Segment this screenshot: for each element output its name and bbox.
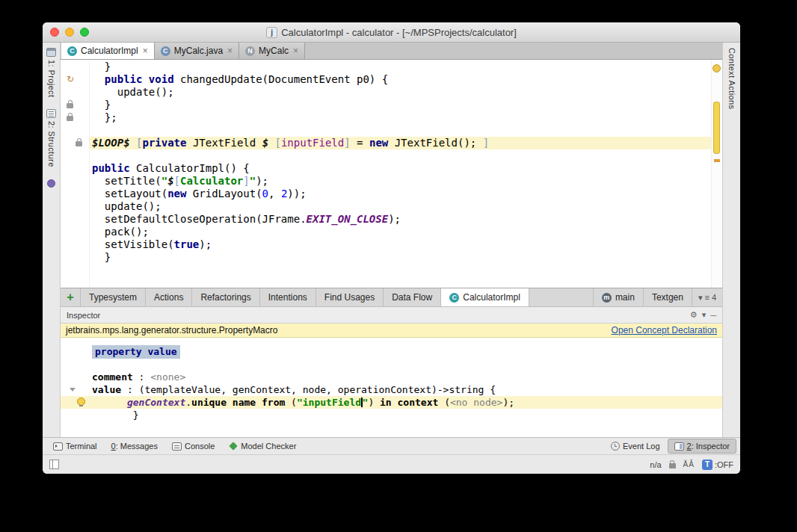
toolwindow-button-event-log[interactable]: Event Log bbox=[604, 439, 667, 454]
aspect-tab-calculatorimpl[interactable]: CCalculatorImpl bbox=[441, 288, 529, 306]
code-line[interactable]: pack(); bbox=[61, 226, 711, 238]
editor-tab-mycalc-java[interactable]: CMyCalc.java× bbox=[155, 43, 239, 59]
tool-stripe-button-purple-tool-icon[interactable] bbox=[47, 179, 55, 188]
code-token: update(); bbox=[105, 200, 161, 212]
hide-panel-icon[interactable]: ─ bbox=[710, 311, 716, 320]
toolwindow-button-0-messages[interactable]: 0: Messages bbox=[105, 439, 164, 454]
aspect-tab-label: Refactorings bbox=[200, 292, 250, 303]
code-token: in context bbox=[380, 397, 438, 408]
code-line[interactable]: comment : <none> bbox=[61, 371, 722, 383]
toolwindow-button-2-inspector[interactable]: 2: Inspector bbox=[668, 439, 736, 454]
inspector-icon bbox=[674, 442, 684, 451]
code-line[interactable]: } bbox=[61, 99, 711, 111]
code-line[interactable]: } bbox=[61, 409, 722, 421]
code-token: changedUpdate(DocumentEvent p0) { bbox=[174, 73, 389, 85]
event-log-icon bbox=[611, 442, 620, 451]
toolwindow-buttons-left: Terminal0: MessagesConsoleModel Checker bbox=[46, 439, 303, 454]
code-line[interactable]: public void changedUpdate(DocumentEvent … bbox=[61, 73, 711, 86]
code-token: ( bbox=[285, 397, 297, 408]
code-line[interactable]: setLayout(new GridLayout(0, 2)); bbox=[61, 188, 711, 200]
typesystem-badge: T bbox=[702, 460, 713, 470]
intention-bulb-icon[interactable] bbox=[77, 398, 85, 406]
fold-icon[interactable] bbox=[70, 388, 76, 392]
add-aspect-button[interactable]: + bbox=[61, 288, 81, 306]
aspect-tab-actions[interactable]: Actions bbox=[146, 288, 192, 306]
code-line[interactable]: genContext.unique name from ("inputField… bbox=[61, 396, 722, 409]
close-icon[interactable]: × bbox=[143, 46, 148, 56]
concept-bar: jetbrains.mps.lang.generator.structure.P… bbox=[61, 324, 722, 338]
inspections-indicator-icon[interactable] bbox=[713, 64, 721, 72]
aspect-tab-intentions[interactable]: Intentions bbox=[260, 288, 316, 306]
aspect-tab-data-flow[interactable]: Data Flow bbox=[384, 288, 441, 306]
code-line[interactable] bbox=[61, 358, 722, 371]
zoom-window-button[interactable] bbox=[80, 28, 89, 37]
code-line[interactable]: value : (templateValue, genContext, node… bbox=[61, 383, 722, 396]
toolwindow-toggle-icon[interactable] bbox=[49, 460, 59, 469]
aspect-tab-textgen[interactable]: Textgen bbox=[644, 288, 692, 306]
close-icon[interactable]: × bbox=[293, 46, 298, 56]
code-token: <none> bbox=[150, 371, 185, 383]
code-line[interactable]: setDefaultCloseOperation(JFrame.EXIT_ON_… bbox=[61, 213, 711, 226]
toolwindow-button-terminal[interactable]: Terminal bbox=[46, 439, 104, 454]
lock-icon[interactable] bbox=[669, 463, 676, 468]
tool-stripe-button-2-structure[interactable]: 2: Structure bbox=[46, 109, 56, 167]
toolwindow-button-model-checker[interactable]: Model Checker bbox=[222, 439, 303, 454]
code-line[interactable]: }; bbox=[61, 111, 711, 124]
caret-position[interactable]: n/a bbox=[650, 460, 661, 469]
node-icon: N bbox=[245, 46, 255, 56]
code-token: : bbox=[133, 371, 150, 383]
code-line[interactable]: update(); bbox=[61, 200, 711, 213]
code-line[interactable]: setVisible(true); bbox=[61, 238, 711, 251]
code-token: update(); bbox=[117, 86, 174, 98]
editor-code-area[interactable]: }public void changedUpdate(DocumentEvent… bbox=[61, 60, 711, 288]
code-line[interactable]: setTitle("$[Calculator]"); bbox=[61, 175, 711, 188]
scrollbar-thumb[interactable] bbox=[713, 102, 720, 154]
code-token: } bbox=[105, 61, 111, 72]
code-token: genContext bbox=[127, 397, 185, 408]
aspect-tab-main[interactable]: mmain bbox=[593, 288, 644, 306]
tool-stripe-label: 2: Structure bbox=[47, 121, 56, 167]
override-arrow-icon[interactable]: ↻ bbox=[67, 74, 74, 84]
code-token: ( bbox=[438, 397, 450, 408]
code-line[interactable] bbox=[61, 124, 711, 137]
tool-stripe-button-1-project[interactable]: 1: Project bbox=[46, 48, 56, 97]
main-area: 1: Project2: Structure CCalculatorImpl×C… bbox=[43, 43, 740, 437]
editor-tab-bar: CCalculatorImpl×CMyCalc.java×NMyCalc× bbox=[61, 43, 722, 60]
code-token: [ bbox=[275, 137, 281, 149]
open-concept-declaration-link[interactable]: Open Concept Declaration bbox=[612, 325, 717, 335]
chevron-down-icon[interactable]: ▾ bbox=[702, 310, 707, 320]
code-line[interactable]: $LOOP$ [private JTextField $ [inputField… bbox=[61, 137, 711, 149]
code-line[interactable] bbox=[61, 149, 711, 162]
typesystem-widget[interactable]: T :OFF bbox=[702, 460, 733, 470]
editor[interactable]: }public void changedUpdate(DocumentEvent… bbox=[61, 60, 722, 288]
toolwindow-button-console[interactable]: Console bbox=[165, 439, 221, 454]
gear-icon[interactable]: ⚙ bbox=[690, 310, 698, 320]
editor-tab-calculatorimpl[interactable]: CCalculatorImpl× bbox=[61, 43, 155, 59]
inspector-editor[interactable]: property value comment : <none>value : (… bbox=[61, 338, 722, 437]
toolwindow-button-label: 0: Messages bbox=[111, 442, 158, 451]
close-window-button[interactable] bbox=[50, 28, 59, 37]
code-line[interactable]: } bbox=[61, 251, 711, 264]
typing-assist-icon[interactable]: ĂÂ bbox=[683, 460, 695, 468]
window-title: CalculatorImpl - calculator - [~/MPSProj… bbox=[281, 27, 517, 38]
code-line[interactable]: update(); bbox=[61, 86, 711, 99]
scrollbar-warning-mark[interactable] bbox=[714, 159, 720, 162]
code-token: JTextField(); bbox=[388, 137, 476, 149]
tool-stripe-button-context-actions[interactable]: Context Actions bbox=[727, 48, 736, 109]
code-token: "inputField bbox=[297, 397, 361, 408]
code-line[interactable]: public CalculatorImpl() { bbox=[61, 162, 711, 175]
code-token: ] bbox=[476, 137, 489, 149]
hidden-tabs-control[interactable]: ▾ ≡ 4 bbox=[692, 288, 722, 306]
aspect-tab-refactorings[interactable]: Refactorings bbox=[192, 288, 259, 306]
tool-stripe-label: Context Actions bbox=[727, 48, 736, 109]
window-titlebar[interactable]: j CalculatorImpl - calculator - [~/MPSPr… bbox=[43, 22, 740, 43]
close-icon[interactable]: × bbox=[227, 46, 233, 56]
code-line[interactable]: } bbox=[61, 61, 711, 73]
aspect-tab-typesystem[interactable]: Typesystem bbox=[81, 288, 146, 306]
code-line[interactable]: property value bbox=[61, 345, 722, 358]
minimize-window-button[interactable] bbox=[65, 28, 74, 37]
aspect-tab-find-usages[interactable]: Find Usages bbox=[316, 288, 384, 306]
code-token: " bbox=[250, 175, 256, 187]
editor-scrollbar[interactable] bbox=[711, 60, 722, 288]
editor-tab-mycalc[interactable]: NMyCalc× bbox=[239, 43, 305, 59]
